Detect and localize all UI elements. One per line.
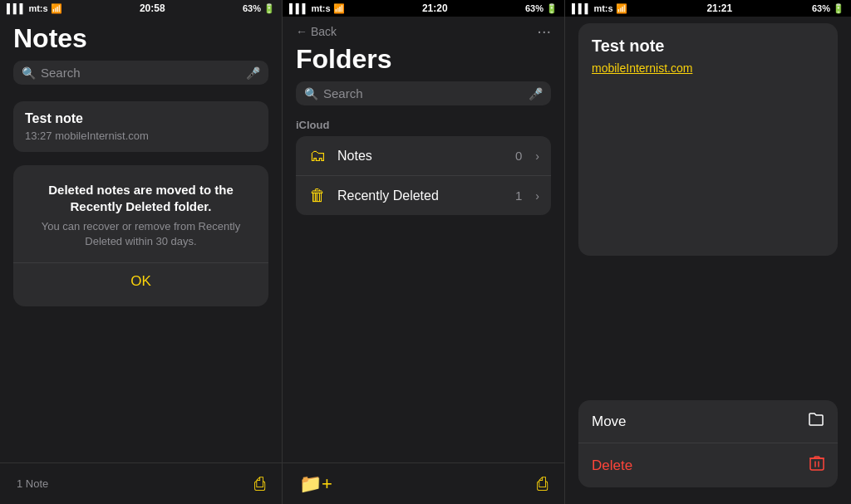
folders-nav: ← Back ··· xyxy=(283,17,564,44)
deleted-notes-dialog: Deleted notes are moved to the Recently … xyxy=(13,165,268,306)
folder-notes-label: Notes xyxy=(337,149,505,164)
battery-3: 63% xyxy=(812,3,830,13)
time-1: 20:58 xyxy=(140,2,165,14)
mic-icon-1: 🎤 xyxy=(246,66,260,80)
note-preview-title: Test note xyxy=(592,37,824,56)
note-list-item[interactable]: Test note 13:27 mobileInternist.com xyxy=(13,101,268,152)
mic-icon-2: 🎤 xyxy=(529,87,543,100)
folders-footer: 📁+ ⎙ xyxy=(283,462,564,504)
signal-icon-3: ▌▌▌ xyxy=(572,3,591,13)
folder-trash-icon: 🗑 xyxy=(307,186,327,205)
folder-notes-icon: 🗂 xyxy=(307,146,327,165)
folder-item-notes[interactable]: 🗂 Notes 0 › xyxy=(296,136,551,176)
context-move-label: Move xyxy=(592,413,627,430)
signal-icon-2: ▌▌▌ xyxy=(289,3,308,13)
notes-panel: ▌▌▌ mt:s 📶 20:58 63% 🔋 Notes 🔍 Search 🎤 … xyxy=(0,0,283,504)
status-right-1: 63% 🔋 xyxy=(243,3,275,14)
search-icon-2: 🔍 xyxy=(304,87,318,100)
dialog-body: You can recover or remove from Recently … xyxy=(27,219,255,249)
context-delete-label: Delete xyxy=(592,458,632,474)
status-bar-1: ▌▌▌ mt:s 📶 20:58 63% 🔋 xyxy=(0,0,282,17)
svg-rect-0 xyxy=(810,458,824,470)
folder-deleted-label: Recently Deleted xyxy=(337,188,505,203)
carrier-2: mt:s xyxy=(311,3,330,13)
battery-icon-3: 🔋 xyxy=(833,3,844,14)
carrier-3: mt:s xyxy=(593,3,612,13)
status-left-1: ▌▌▌ mt:s 📶 xyxy=(7,3,62,14)
note-item-meta: 13:27 mobileInternist.com xyxy=(25,130,257,142)
delete-trash-icon xyxy=(809,455,824,476)
status-bar-2: ▌▌▌ mt:s 📶 21:20 63% 🔋 xyxy=(283,0,564,17)
move-folder-icon xyxy=(808,412,824,431)
folders-panel: ▌▌▌ mt:s 📶 21:20 63% 🔋 ← Back ··· Folder… xyxy=(283,0,565,504)
dialog-ok-button[interactable]: OK xyxy=(27,263,255,290)
note-preview-link[interactable]: mobileInternist.com xyxy=(592,61,692,75)
battery-icon-1: 🔋 xyxy=(263,3,275,14)
note-count: 1 Note xyxy=(17,477,48,490)
more-icon[interactable]: ··· xyxy=(537,22,551,41)
compose-icon-2[interactable]: ⎙ xyxy=(537,473,548,495)
wifi-icon-2: 📶 xyxy=(333,3,345,14)
wifi-icon-3: 📶 xyxy=(616,3,627,14)
search-bar-1[interactable]: 🔍 Search 🎤 xyxy=(13,61,268,85)
battery-2: 63% xyxy=(525,3,544,13)
folders-title: Folders xyxy=(283,44,564,81)
context-delete-item[interactable]: Delete xyxy=(578,443,838,487)
status-bar-3: ▌▌▌ mt:s 📶 21:21 63% 🔋 xyxy=(565,0,851,17)
search-placeholder-1: Search xyxy=(41,66,241,80)
back-icon: ← Back xyxy=(296,25,337,38)
notes-title: Notes xyxy=(13,23,268,54)
wifi-icon-1: 📶 xyxy=(51,3,62,14)
note-item-title: Test note xyxy=(25,111,257,126)
notes-footer: 1 Note ⎙ xyxy=(0,462,282,504)
new-folder-icon[interactable]: 📁+ xyxy=(299,473,332,495)
signal-icon-1: ▌▌▌ xyxy=(7,3,26,13)
carrier-1: mt:s xyxy=(28,3,47,13)
time-3: 21:21 xyxy=(706,2,732,14)
battery-icon-2: 🔋 xyxy=(546,3,558,14)
chevron-deleted-icon: › xyxy=(535,189,539,203)
context-menu: Move Delete xyxy=(578,400,838,487)
folder-notes-count: 0 xyxy=(515,149,522,163)
icloud-section-label: iCloud xyxy=(283,115,564,136)
search-bar-2[interactable]: 🔍 Search 🎤 xyxy=(296,81,551,105)
status-right-3: 63% 🔋 xyxy=(812,3,844,14)
time-2: 21:20 xyxy=(422,2,448,14)
note-preview-card: Test note mobileInternist.com xyxy=(578,23,838,256)
search-icon-1: 🔍 xyxy=(22,66,36,80)
folder-list: 🗂 Notes 0 › 🗑 Recently Deleted 1 › xyxy=(296,136,551,215)
compose-icon-1[interactable]: ⎙ xyxy=(254,473,265,495)
status-left-3: ▌▌▌ mt:s 📶 xyxy=(572,3,627,14)
battery-1: 63% xyxy=(243,3,261,13)
search-placeholder-2: Search xyxy=(323,86,524,100)
folder-item-recently-deleted[interactable]: 🗑 Recently Deleted 1 › xyxy=(296,176,551,215)
note-detail-panel: ▌▌▌ mt:s 📶 21:21 63% 🔋 Test note mobileI… xyxy=(565,0,851,504)
notes-header: Notes 🔍 Search 🎤 xyxy=(0,17,282,95)
folder-deleted-count: 1 xyxy=(515,188,522,203)
dialog-title: Deleted notes are moved to the Recently … xyxy=(27,182,255,214)
context-move-item[interactable]: Move xyxy=(578,400,838,443)
status-right-2: 63% 🔋 xyxy=(525,3,558,14)
status-left-2: ▌▌▌ mt:s 📶 xyxy=(289,3,345,14)
chevron-notes-icon: › xyxy=(535,149,539,163)
